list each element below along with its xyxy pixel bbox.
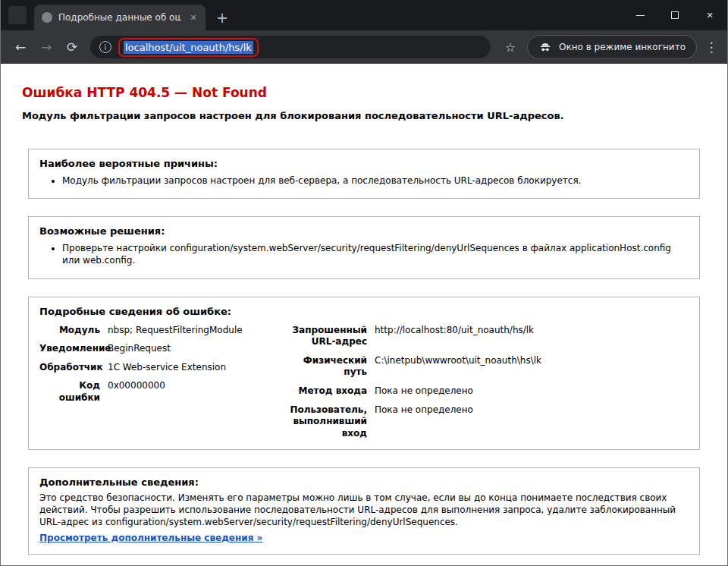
tab-close-icon[interactable]: ✕ <box>187 11 199 24</box>
detail-label: Пользователь, выполнивший вход <box>285 404 367 440</box>
detail-label: Код ошибки <box>39 380 100 404</box>
detail-label: Уведомление <box>39 343 100 355</box>
section-causes: Наиболее вероятные причины: Модуль фильт… <box>28 149 700 199</box>
close-button[interactable]: ✕ <box>692 0 727 30</box>
cause-item: Модуль фильтрации запросов настроен для … <box>62 175 689 187</box>
minimize-button[interactable] <box>623 0 657 30</box>
page-subtitle: Модуль фильтрации запросов настроен для … <box>22 110 706 121</box>
browser-tab-active[interactable]: Подробные данные об ошиб ✕ <box>34 5 206 30</box>
detail-label: Запрошенный URL-адрес <box>285 325 367 348</box>
detail-value: Пока не определено <box>375 404 689 417</box>
reload-icon[interactable]: ⟳ <box>60 35 84 59</box>
section-error-details: Подробные сведения об ошибке: Модуль nbs… <box>28 297 700 451</box>
section-more-info: Дополнительные сведения: Это средство бе… <box>28 467 700 555</box>
solutions-list: Проверьте настройки configuration/system… <box>62 242 689 266</box>
detail-label: Физический путь <box>285 355 367 379</box>
bookmark-star-icon[interactable]: ☆ <box>498 35 522 59</box>
annotation-red-box: localhost/uit_noauth/hs/lk <box>118 38 259 57</box>
title-bar: Подробные данные об ошиб ✕ + ✕ <box>1 0 727 30</box>
address-bar[interactable]: i localhost/uit_noauth/hs/lk <box>90 36 491 58</box>
detail-label: Метод входа <box>285 385 367 398</box>
page-title: Ошибка HTTP 404.5 — Not Found <box>22 85 706 100</box>
url-text[interactable]: localhost/uit_noauth/hs/lk <box>124 41 253 54</box>
new-tab-button[interactable]: + <box>212 7 233 28</box>
window-icon <box>8 6 27 24</box>
minimize-icon <box>636 15 645 16</box>
details-left-column: Модуль nbsp; RequestFilteringModule Увед… <box>39 325 267 440</box>
browser-window: Подробные данные об ошиб ✕ + ✕ ← → ⟳ i l… <box>0 0 728 566</box>
more-info-link[interactable]: Просмотреть дополнительные сведения » <box>39 533 262 543</box>
causes-list: Модуль фильтрации запросов настроен для … <box>62 175 689 187</box>
maximize-icon <box>671 11 679 19</box>
tab-favicon-icon <box>42 12 52 23</box>
window-controls: ✕ <box>623 0 727 30</box>
detail-label: Обработчик <box>39 362 100 374</box>
section-solutions: Возможные решения: Проверьте настройки c… <box>28 216 700 278</box>
details-grid: Модуль nbsp; RequestFilteringModule Увед… <box>39 325 689 440</box>
causes-heading: Наиболее вероятные причины: <box>39 158 689 169</box>
forward-icon[interactable]: → <box>34 35 58 59</box>
maximize-button[interactable] <box>657 0 692 30</box>
incognito-icon <box>538 40 552 54</box>
solutions-heading: Возможные решения: <box>39 225 689 237</box>
detail-value: nbsp; RequestFilteringModule <box>108 325 267 337</box>
detail-label: Модуль <box>39 325 100 337</box>
detail-value: 1C Web-service Extension <box>108 362 267 374</box>
menu-icon[interactable]: ⋮ <box>701 35 721 59</box>
detail-value: 0x00000000 <box>108 380 267 392</box>
incognito-label: Окно в режиме инкогнито <box>559 42 686 52</box>
details-right-column: Запрошенный URL-адрес http://localhost:8… <box>285 325 689 440</box>
solution-item: Проверьте настройки configuration/system… <box>62 242 689 266</box>
error-page: Ошибка HTTP 404.5 — Not Found Модуль фил… <box>1 64 727 565</box>
more-info-text: Это средство безопасности. Изменять его … <box>39 492 689 528</box>
tab-title: Подробные данные об ошиб <box>58 12 181 23</box>
back-icon[interactable]: ← <box>8 35 33 59</box>
more-info-heading: Дополнительные сведения: <box>39 476 689 488</box>
detail-value: BeginRequest <box>108 343 267 355</box>
page-info-icon[interactable]: i <box>99 41 111 53</box>
detail-value: Пока не определено <box>375 385 689 398</box>
detail-value: http://localhost:80/uit_noauth/hs/lk <box>375 325 689 337</box>
browser-toolbar: ← → ⟳ i localhost/uit_noauth/hs/lk ☆ Окн… <box>1 30 727 64</box>
incognito-badge: Окно в режиме инкогнито <box>527 35 697 59</box>
detail-value: C:\inetpub\wwwroot\uit_noauth\hs\lk <box>375 355 689 367</box>
details-heading: Подробные сведения об ошибке: <box>39 306 689 317</box>
